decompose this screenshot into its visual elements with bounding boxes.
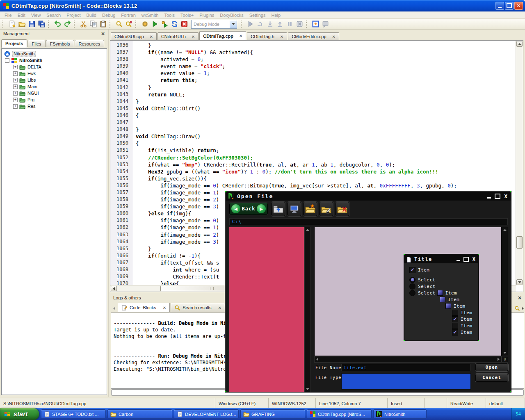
new-folder-button[interactable]: [303, 202, 317, 216]
resize-handle[interactable]: [225, 191, 226, 192]
mini-row[interactable]: SelectItem: [404, 290, 478, 296]
taskbar-task-5[interactable]: NitroSmith: [373, 409, 427, 419]
scroll-left-icon[interactable]: [111, 286, 117, 291]
logs-close-icon[interactable]: ×: [518, 295, 522, 301]
cut-button[interactable]: [78, 20, 88, 29]
open-button[interactable]: Open: [475, 363, 508, 371]
resize-handle[interactable]: [478, 254, 479, 255]
file-type-select[interactable]: [341, 373, 471, 390]
tab-close-icon[interactable]: ✕: [332, 34, 336, 39]
menu-help[interactable]: Help: [268, 12, 283, 18]
my-computer-button[interactable]: [287, 202, 301, 216]
scroll-down-icon[interactable]: [516, 279, 523, 285]
mini-row[interactable]: ✔Item: [404, 316, 478, 322]
new-file-button[interactable]: [7, 20, 17, 29]
abort-button[interactable]: [179, 20, 189, 29]
debug-window-button[interactable]: [310, 20, 320, 29]
editor-tab-cnitrogui.cpp[interactable]: CNitroGUI.cpp✕: [111, 32, 157, 40]
management-tab-resources[interactable]: Resources: [75, 40, 105, 47]
open-file-button[interactable]: [17, 20, 27, 29]
expand-icon[interactable]: +: [13, 98, 18, 102]
tab-close-icon[interactable]: ✕: [163, 306, 166, 310]
checkbox-checked[interactable]: ✔: [452, 329, 458, 336]
toggle-square[interactable]: [445, 303, 451, 309]
run-button[interactable]: [150, 20, 160, 29]
taskbar-task-0[interactable]: STAGE 6+ TODO.txt ...: [41, 409, 106, 419]
find-button[interactable]: [114, 20, 124, 29]
rebuild-button[interactable]: [169, 20, 179, 29]
resize-handle[interactable]: [225, 391, 226, 392]
menu-tools[interactable]: Tools+: [178, 12, 196, 18]
tab-close-icon[interactable]: ✕: [192, 34, 195, 39]
back-button[interactable]: ◀ Back ▶: [229, 203, 268, 215]
tree-folder-ngui[interactable]: +NGUI: [2, 90, 107, 96]
build-target-select[interactable]: Debug Mode: [191, 20, 237, 29]
editor-tab-cdtmltag.h[interactable]: CDtmlTag.h✕: [247, 32, 287, 40]
tree-folder-prg[interactable]: +Prg: [2, 96, 107, 103]
taskbar-task-4[interactable]: CDtmlTag.cpp [NitroS...: [307, 409, 372, 419]
dialog-close-icon[interactable]: X: [504, 193, 507, 199]
debug-run-button[interactable]: [245, 20, 255, 29]
checkbox-checked[interactable]: ✔: [452, 316, 458, 322]
cancel-button[interactable]: Cancel: [475, 374, 508, 382]
combo-dropdown-icon[interactable]: [230, 21, 237, 28]
tree-workspace[interactable]: NitroSmith: [2, 50, 107, 57]
scroll-up-icon[interactable]: [516, 41, 523, 47]
toggle-square[interactable]: [440, 297, 445, 302]
menu-file[interactable]: File: [2, 12, 15, 18]
undo-button[interactable]: [52, 20, 62, 29]
save-all-button[interactable]: [37, 20, 46, 29]
mini-row[interactable]: Item: [404, 303, 478, 309]
stop-debug-button[interactable]: [294, 20, 304, 29]
start-button[interactable]: start: [0, 408, 39, 420]
tree-folder-main[interactable]: +Main: [2, 83, 107, 90]
expand-icon[interactable]: +: [13, 104, 18, 109]
step-out-button[interactable]: [275, 20, 285, 29]
mini-row[interactable]: Select: [404, 283, 478, 290]
expand-icon[interactable]: +: [13, 91, 18, 96]
mini-row[interactable]: Item: [404, 309, 478, 316]
mini-window[interactable]: Title X ✔ItemSelectSelectSelectItemItemI…: [404, 254, 479, 341]
tree-folder-delta[interactable]: +DELTA: [2, 64, 107, 70]
menu-view[interactable]: View: [28, 12, 44, 18]
forward-arrow-icon[interactable]: ▶: [257, 204, 266, 213]
pause-button[interactable]: [285, 20, 294, 29]
info-button[interactable]: [320, 20, 330, 29]
logs-tab-search-results[interactable]: Search results✕: [171, 303, 225, 312]
editor-tab-cdtmltag.cpp[interactable]: CDtmlTag.cpp✕: [199, 31, 246, 40]
taskbar-task-1[interactable]: Carbon: [107, 409, 172, 419]
resize-handle[interactable]: [478, 340, 479, 341]
menu-project[interactable]: Project: [64, 12, 83, 18]
restore-button[interactable]: [505, 2, 514, 10]
mini-row[interactable]: Item: [404, 296, 478, 303]
menu-edit[interactable]: Edit: [15, 12, 28, 18]
menu-debug[interactable]: Debug: [99, 12, 118, 18]
menu-tools[interactable]: Tools: [161, 12, 178, 18]
menu-doxyblocks[interactable]: DoxyBlocks: [217, 12, 246, 18]
mini-window-titlebar[interactable]: Title X: [404, 255, 478, 263]
tabs-scroll-left-icon[interactable]: [111, 305, 117, 312]
mini-close-icon[interactable]: X: [472, 256, 475, 262]
checkbox-checked[interactable]: ✔: [409, 267, 415, 273]
path-bar[interactable]: C:\: [229, 218, 508, 225]
tab-close-icon[interactable]: ✕: [280, 34, 283, 39]
expand-icon[interactable]: +: [13, 78, 18, 82]
back-arrow-icon[interactable]: ◀: [231, 204, 240, 213]
vscroll-thumb[interactable]: [516, 236, 523, 249]
replace-button[interactable]: R: [124, 20, 134, 29]
expand-icon[interactable]: +: [13, 84, 18, 89]
tab-close-icon[interactable]: ✕: [218, 306, 221, 310]
management-tab-projects[interactable]: Projects: [1, 39, 27, 48]
expand-icon[interactable]: +: [13, 65, 18, 69]
file-name-input[interactable]: file.ext: [341, 364, 471, 371]
taskbar-task-3[interactable]: GRAFTING: [240, 409, 305, 419]
management-tab-files[interactable]: Files: [27, 40, 45, 47]
minimize-button[interactable]: [495, 2, 504, 10]
resize-handle[interactable]: [510, 391, 511, 392]
mini-row[interactable]: Item: [404, 322, 478, 329]
places-panel[interactable]: [229, 227, 304, 392]
places-vscrollbar[interactable]: [304, 227, 311, 392]
build-run-button[interactable]: [160, 20, 169, 29]
taskbar-task-2[interactable]: DEVELOPMENT LOG.t...: [174, 409, 239, 419]
tabs-scroll-right-icon[interactable]: [522, 307, 524, 310]
